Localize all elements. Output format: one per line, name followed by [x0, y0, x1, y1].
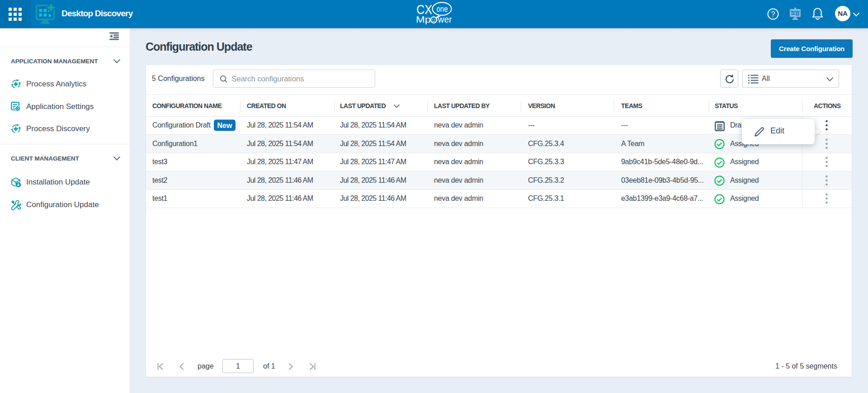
svg-text:one: one	[437, 5, 448, 14]
svg-text:?: ?	[771, 10, 775, 18]
svg-text:wer: wer	[438, 14, 452, 24]
svg-text:Mp: Mp	[416, 14, 431, 24]
